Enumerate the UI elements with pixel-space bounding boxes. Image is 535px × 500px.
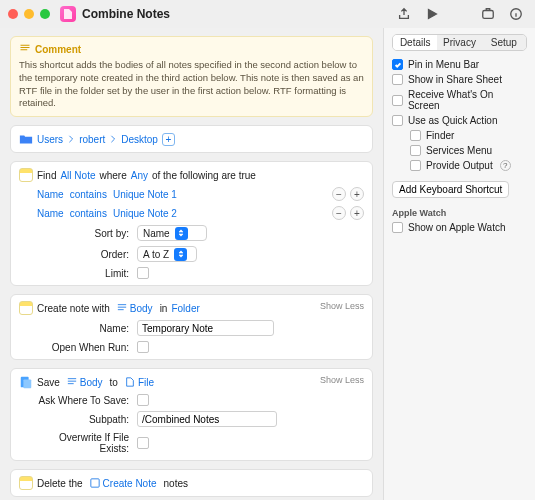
token-create-note[interactable]: Create Note xyxy=(87,478,160,489)
shortcut-app-icon xyxy=(60,6,76,22)
notes-app-icon xyxy=(19,301,33,315)
receive-screen-checkbox[interactable] xyxy=(392,95,403,106)
filter-op[interactable]: contains xyxy=(70,208,107,219)
ask-where-label: Ask Where To Save: xyxy=(37,395,129,406)
token-body[interactable]: Body xyxy=(64,377,106,388)
actions-editor: Comment This shortcut adds the bodies of… xyxy=(0,28,383,500)
apple-watch-heading: Apple Watch xyxy=(392,208,527,218)
finder-label: Finder xyxy=(426,130,454,141)
minimize-window-button[interactable] xyxy=(24,9,34,19)
ask-where-checkbox[interactable] xyxy=(137,394,149,406)
share-sheet-label: Show in Share Sheet xyxy=(408,74,502,85)
remove-filter-button[interactable]: − xyxy=(332,206,346,220)
filter-row: Name contains Unique Note 2 − + xyxy=(37,206,364,220)
close-window-button[interactable] xyxy=(8,9,18,19)
subpath-label: Subpath: xyxy=(37,414,129,425)
remove-filter-button[interactable]: − xyxy=(332,187,346,201)
limit-checkbox[interactable] xyxy=(137,267,149,279)
filter-value[interactable]: Unique Note 2 xyxy=(113,208,177,219)
token-any[interactable]: Any xyxy=(131,170,148,181)
find-notes-action[interactable]: Find All Note where Any of the following… xyxy=(10,161,373,286)
breadcrumb-seg[interactable]: Users xyxy=(37,134,63,145)
sort-label: Sort by: xyxy=(37,228,129,239)
note-name-input[interactable] xyxy=(137,320,274,336)
delete-notes-action[interactable]: Delete the Create Note notes xyxy=(10,469,373,497)
folder-action[interactable]: Users robert Desktop + xyxy=(10,125,373,153)
tab-setup[interactable]: Setup xyxy=(482,35,526,50)
sort-select[interactable]: Name xyxy=(137,225,207,241)
save-file-action[interactable]: Show Less Save Body to File xyxy=(10,368,373,461)
output-label: Provide Output xyxy=(426,160,493,171)
breadcrumb-seg[interactable]: Desktop xyxy=(121,134,158,145)
overwrite-checkbox[interactable] xyxy=(137,437,149,449)
window-controls xyxy=(8,9,50,19)
chevron-right-icon xyxy=(109,135,117,143)
comment-text[interactable]: This shortcut adds the bodies of all not… xyxy=(19,59,364,110)
comment-label: Comment xyxy=(35,44,81,55)
subpath-input[interactable] xyxy=(137,411,277,427)
show-less-button[interactable]: Show Less xyxy=(320,375,364,385)
details-panel: Details Privacy Setup Pin in Menu Bar Sh… xyxy=(383,28,535,500)
breadcrumb-seg[interactable]: robert xyxy=(79,134,105,145)
add-filter-button[interactable]: + xyxy=(350,206,364,220)
window-title: Combine Notes xyxy=(82,7,170,21)
overwrite-label: Overwrite If File Exists: xyxy=(37,432,129,454)
text-lines-icon xyxy=(67,377,77,387)
text-lines-icon xyxy=(117,303,127,313)
notes-app-icon xyxy=(19,476,33,490)
svg-rect-4 xyxy=(90,479,98,487)
info-button[interactable] xyxy=(505,4,527,24)
show-less-button[interactable]: Show Less xyxy=(320,301,364,311)
open-when-run-checkbox[interactable] xyxy=(137,341,149,353)
apple-watch-checkbox[interactable] xyxy=(392,222,403,233)
add-filter-button[interactable]: + xyxy=(350,187,364,201)
receive-screen-label: Receive What's On Screen xyxy=(408,89,527,111)
comment-action[interactable]: Comment This shortcut adds the bodies of… xyxy=(10,36,373,117)
quick-action-checkbox[interactable] xyxy=(392,115,403,126)
order-select[interactable]: A to Z xyxy=(137,246,197,262)
comment-icon xyxy=(19,43,31,55)
token-file[interactable]: File xyxy=(122,377,157,388)
run-button[interactable] xyxy=(421,4,443,24)
output-checkbox[interactable] xyxy=(410,160,421,171)
notes-app-icon xyxy=(19,168,33,182)
open-when-run-label: Open When Run: xyxy=(37,342,129,353)
add-keyboard-shortcut-button[interactable]: Add Keyboard Shortcut xyxy=(392,181,509,198)
share-button[interactable] xyxy=(393,4,415,24)
help-icon[interactable]: ? xyxy=(500,160,511,171)
finder-checkbox[interactable] xyxy=(410,130,421,141)
details-tabs: Details Privacy Setup xyxy=(392,34,527,51)
order-label: Order: xyxy=(37,249,129,260)
quick-action-label: Use as Quick Action xyxy=(408,115,497,126)
filter-op[interactable]: contains xyxy=(70,189,107,200)
note-icon xyxy=(90,478,100,488)
tab-privacy[interactable]: Privacy xyxy=(437,35,481,50)
library-button[interactable] xyxy=(477,4,499,24)
token-folder[interactable]: Folder xyxy=(171,303,199,314)
add-path-button[interactable]: + xyxy=(162,133,175,146)
pin-menubar-label: Pin in Menu Bar xyxy=(408,59,479,70)
window-titlebar: Combine Notes xyxy=(0,0,535,28)
share-sheet-checkbox[interactable] xyxy=(392,74,403,85)
pin-menubar-checkbox[interactable] xyxy=(392,59,403,70)
chevron-updown-icon xyxy=(174,248,187,261)
tab-details[interactable]: Details xyxy=(393,35,437,50)
create-note-action[interactable]: Show Less Create note with Body in Folde… xyxy=(10,294,373,360)
svg-rect-0 xyxy=(483,11,494,19)
token-body[interactable]: Body xyxy=(114,303,156,314)
services-checkbox[interactable] xyxy=(410,145,421,156)
filter-field[interactable]: Name xyxy=(37,208,64,219)
name-label: Name: xyxy=(37,323,129,334)
limit-label: Limit: xyxy=(37,268,129,279)
filter-value[interactable]: Unique Note 1 xyxy=(113,189,177,200)
filter-row: Name contains Unique Note 1 − + xyxy=(37,187,364,201)
zoom-window-button[interactable] xyxy=(40,9,50,19)
services-label: Services Menu xyxy=(426,145,492,156)
folder-icon xyxy=(19,132,33,146)
file-icon xyxy=(125,377,135,387)
svg-rect-3 xyxy=(23,380,31,389)
chevron-right-icon xyxy=(67,135,75,143)
token-all-note[interactable]: All Note xyxy=(60,170,95,181)
documents-app-icon xyxy=(19,375,33,389)
filter-field[interactable]: Name xyxy=(37,189,64,200)
